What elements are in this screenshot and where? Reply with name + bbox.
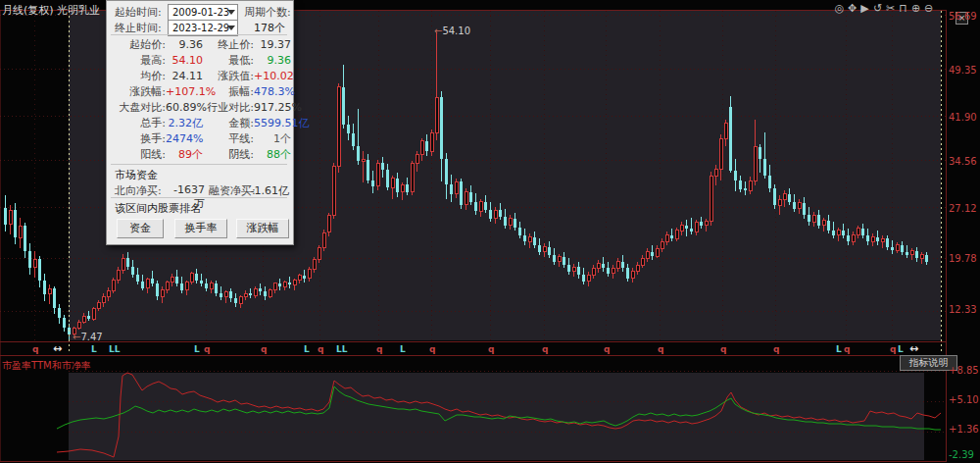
page-title: 月线(复权) 光明乳业 xyxy=(2,3,100,18)
undo-icon[interactable]: ↺ xyxy=(871,2,884,15)
divider xyxy=(111,164,287,165)
stat-label: 阴线: xyxy=(203,147,254,162)
x-axis-marker: L xyxy=(898,344,904,354)
x-axis-marker: LL xyxy=(109,344,120,354)
stat-value: 9.36 xyxy=(254,54,291,67)
x-axis-marker: q xyxy=(376,344,382,354)
stat-value: 19.37 xyxy=(254,38,291,51)
stat-label: 换手: xyxy=(111,131,166,146)
stat-label: 终止价: xyxy=(203,37,254,52)
stat-value: 88个 xyxy=(254,147,291,162)
y-axis-label: 27.12 xyxy=(949,203,977,214)
stat-value: 478.3% xyxy=(254,85,291,98)
stat-value: 60.89% xyxy=(166,101,203,114)
stat-label: 最低: xyxy=(203,53,254,68)
zoom-in-icon[interactable]: ⊕ xyxy=(909,2,922,15)
zoom-out-icon[interactable]: ⊖ xyxy=(922,2,935,15)
x-axis-marker: q xyxy=(773,344,779,354)
period-count-label: 周期个数: xyxy=(244,5,291,20)
end-time-label: 终止时间: xyxy=(115,21,162,35)
stat-value: 9.36 xyxy=(166,38,203,51)
stat-label: 振幅: xyxy=(203,84,254,99)
eye-icon[interactable]: ◎ xyxy=(833,2,846,15)
margin-value: -1.61亿 xyxy=(250,183,289,198)
x-axis-marker: L xyxy=(91,344,97,354)
ranking-title: 该区间内股票排名 xyxy=(115,201,201,216)
scissors-icon[interactable]: ✂ xyxy=(884,2,897,15)
range-handle-left[interactable]: ↔ xyxy=(53,342,62,355)
sub-y-axis-label: +5.10 xyxy=(949,394,979,405)
y-axis-label: 41.90 xyxy=(949,112,977,123)
x-axis-marker: q xyxy=(844,344,850,354)
stat-value: 1个 xyxy=(254,131,291,146)
stat-label: 最高: xyxy=(111,53,166,68)
change-rank-button[interactable]: 涨跌幅 xyxy=(236,219,289,238)
main-chart-bottom-border xyxy=(0,341,947,342)
stat-label: 平线: xyxy=(203,131,254,146)
selection-region-sub xyxy=(69,373,924,460)
y-axis-label: 56.69 xyxy=(949,11,977,22)
sub-chart-bottom-border xyxy=(0,461,947,462)
y-axis-label: 12.33 xyxy=(949,304,977,315)
stat-label: 金额: xyxy=(203,116,254,130)
low-price-annotation: ←7.47 xyxy=(73,332,103,342)
stat-label: 起始价: xyxy=(111,37,166,52)
x-axis-marker: q xyxy=(204,344,210,354)
stat-value: 2474% xyxy=(166,132,203,145)
stat-value: 54.10 xyxy=(166,54,203,67)
x-axis-marker: L xyxy=(836,344,842,354)
x-axis-marker: L xyxy=(194,344,200,354)
left-border xyxy=(0,10,1,462)
x-axis-marker: q xyxy=(429,344,435,354)
chevron-down-icon xyxy=(227,26,235,30)
stats-grid: 起始价:9.36终止价:19.37最高:54.10最低:9.36均价:24.11… xyxy=(111,36,291,163)
indicator-label: 市盈率TTM和市净率 xyxy=(2,359,91,373)
stat-value: 2.32亿 xyxy=(166,116,203,130)
play-icon[interactable]: ▶ xyxy=(858,2,871,15)
divider xyxy=(111,197,287,198)
start-date-combobox[interactable]: 2009-01-23 xyxy=(168,4,238,21)
period-count-value: 178个 xyxy=(254,21,285,35)
y-axis-label: 49.35 xyxy=(949,65,977,76)
northbound-label: 北向净买: xyxy=(115,183,162,198)
high-price-annotation: ←54.10 xyxy=(434,26,470,36)
x-axis-marker: L xyxy=(304,344,310,354)
sub-chart-top-border xyxy=(0,355,947,356)
divider xyxy=(111,34,287,35)
sub-y-axis-label: +1.36 xyxy=(949,424,979,435)
stat-value: 5599.51亿 xyxy=(254,116,291,130)
stat-label: 均价: xyxy=(111,69,166,83)
x-axis-marker: L xyxy=(400,344,406,354)
stat-label: 涨跌值: xyxy=(203,69,254,83)
stat-value: 89个 xyxy=(166,147,203,162)
lock-icon[interactable]: ⊓ xyxy=(897,2,909,15)
sub-y-axis-label: +8.85 xyxy=(949,365,979,376)
range-handle-right[interactable]: ↔ xyxy=(909,342,918,355)
x-axis-marker: q xyxy=(318,344,323,354)
x-axis-marker: q xyxy=(542,344,548,354)
x-axis-marker: q xyxy=(32,344,38,354)
margin-label: 融资净买: xyxy=(209,183,256,198)
y-axis-label: 34.56 xyxy=(949,156,977,167)
stat-label: 大盘对比: xyxy=(111,100,166,115)
stat-value: 917.25% xyxy=(254,101,291,114)
x-axis-marker: q xyxy=(261,344,267,354)
x-axis-marker: q xyxy=(604,344,610,354)
y-axis-label: 19.78 xyxy=(949,253,977,264)
stat-value: +107.1% xyxy=(166,85,203,98)
stat-label: 行业对比: xyxy=(203,100,254,115)
stat-value: +10.02 xyxy=(254,70,291,82)
x-axis-marker: q xyxy=(658,344,663,354)
stat-label: 涨跌幅: xyxy=(111,84,166,99)
range-stats-dialog: 起始时间: 2009-01-23 终止时间: 2023-12-29 周期个数: … xyxy=(106,0,294,245)
stat-label: 阳线: xyxy=(111,147,166,162)
start-time-label: 起始时间: xyxy=(115,5,162,20)
chevron-down-icon xyxy=(227,10,235,15)
hand-icon[interactable]: ✥ xyxy=(846,2,858,15)
sub-y-axis-label: -2.39 xyxy=(949,449,974,460)
x-axis-marker: q xyxy=(890,344,896,354)
turnover-rank-button[interactable]: 换手率 xyxy=(174,219,227,238)
funds-rank-button[interactable]: 资金 xyxy=(117,219,164,238)
stat-label: 总手: xyxy=(111,116,166,130)
x-axis-marker: q xyxy=(488,344,494,354)
